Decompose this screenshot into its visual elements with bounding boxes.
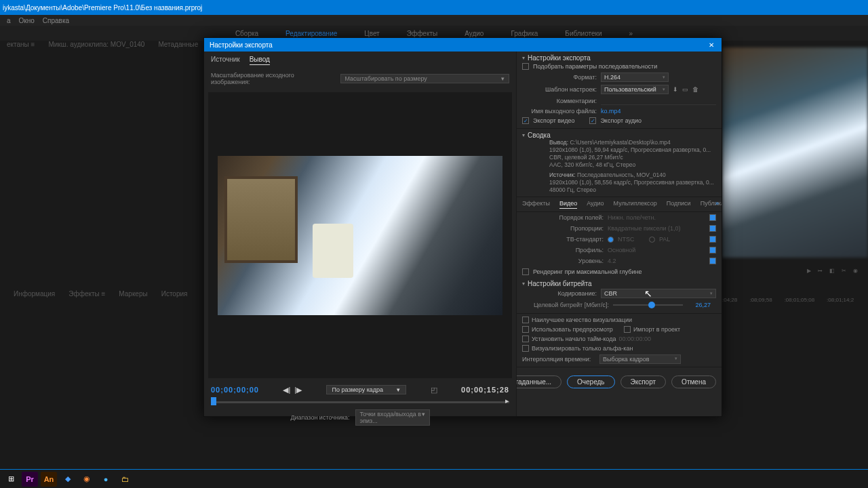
format-label: Формат: (522, 74, 597, 81)
workspace-more[interactable]: » (629, 30, 633, 37)
scale-select[interactable]: Масштабировать по размеру▾ (340, 74, 509, 83)
workspace-tab[interactable]: Сборка (235, 30, 258, 37)
dialog-titlebar[interactable]: Настройки экспорта ✕ (204, 38, 722, 52)
fit-select[interactable]: По размеру кадра▾ (326, 385, 407, 394)
interp-value: Выборка кадров (603, 356, 649, 363)
tool-icon[interactable]: ✂ (842, 268, 846, 274)
import-preset-icon[interactable]: ▭ (682, 86, 688, 93)
play-icon[interactable]: ▶ (807, 268, 811, 274)
tab-video[interactable]: Видео (559, 200, 577, 209)
import-project-checkbox[interactable] (624, 326, 631, 333)
format-select[interactable]: H.264 (601, 73, 669, 82)
timecode-end: 00;00;15;28 (461, 386, 509, 394)
bitrate-slider[interactable] (613, 304, 683, 306)
bg-tab[interactable]: Маркеры (119, 290, 147, 298)
ruler-tick: :08;09;58 (749, 297, 772, 303)
summary-output: Вывод: C:\Users\Artemiykasta\Desktop\ko.… (522, 139, 716, 169)
slider-thumb[interactable] (648, 302, 655, 308)
tv-lock[interactable] (709, 236, 716, 243)
range-select[interactable]: Точки входа/выхода в эпиз...▾ (355, 409, 430, 426)
level-label: Уровень: (522, 258, 604, 264)
set-timecode-label: Установить начало тайм-кода (532, 336, 616, 342)
comments-input[interactable] (601, 97, 716, 105)
next-frame-icon[interactable]: |▶ (294, 386, 302, 394)
tab-source[interactable]: Источник (211, 56, 240, 65)
level-lock[interactable] (709, 258, 716, 264)
animate-icon[interactable]: An (41, 472, 57, 487)
pal-radio[interactable] (649, 237, 655, 243)
range-label: Диапазон источника: (290, 414, 349, 421)
workspace-tab[interactable]: Аудио (465, 30, 484, 37)
browser-icon[interactable]: ● (98, 472, 114, 487)
windows-taskbar[interactable]: ⊞ Pr An ◆ ◉ ● 🗀 (0, 469, 868, 488)
menu-item[interactable]: а (7, 17, 11, 24)
scrub-bar[interactable]: ▸ (211, 397, 509, 407)
interp-select[interactable]: Выборка кадров▾ (599, 354, 681, 364)
bg-tab[interactable]: Микш. аудиоклипа: MOV_0140 (48, 41, 144, 48)
delete-preset-icon[interactable]: 🗑 (692, 86, 698, 93)
bg-tab[interactable]: ектаны ≡ (7, 41, 35, 48)
dialog-left-pane: Источник Вывод Масштабирование исходного… (204, 52, 516, 416)
close-icon[interactable]: ✕ (707, 40, 716, 49)
menu-item[interactable]: Окно (19, 17, 35, 24)
tab-audio[interactable]: Аудио (587, 200, 604, 209)
tabs-more-icon[interactable]: » (715, 200, 719, 207)
cancel-button[interactable]: Отмена (671, 375, 716, 388)
menu-item[interactable]: Справка (43, 17, 69, 24)
save-preset-icon[interactable]: ⬇ (673, 86, 678, 93)
timecode-start[interactable]: 00;00;00;00 (211, 386, 259, 394)
export-settings-dialog: Настройки экспорта ✕ Источник Вывод Масш… (203, 37, 722, 417)
use-preview-label: Использовать предпросмотр (532, 326, 613, 333)
prev-frame-icon[interactable]: ◀| (283, 386, 290, 394)
match-sequence-checkbox[interactable] (522, 63, 529, 70)
profile-lock[interactable] (709, 247, 716, 253)
max-depth-checkbox[interactable] (522, 268, 529, 275)
explorer-icon[interactable]: 🗀 (117, 472, 133, 487)
use-preview-checkbox[interactable] (522, 326, 529, 333)
metadata-button[interactable]: Метаданные... (516, 375, 561, 388)
tab-output[interactable]: Вывод (250, 56, 270, 65)
pal-label: PAL (659, 236, 686, 243)
app-icon[interactable]: ◆ (60, 472, 76, 487)
encoding-select[interactable]: CBR (601, 289, 716, 298)
bg-tab[interactable]: История (161, 290, 188, 298)
bg-tab[interactable]: Метаданные (158, 41, 198, 48)
field-order-lock[interactable] (709, 214, 716, 221)
background-program-monitor (722, 47, 868, 258)
export-video-checkbox[interactable] (522, 117, 529, 124)
aspect-icon[interactable]: ◰ (431, 386, 437, 394)
ntsc-radio[interactable] (608, 237, 614, 243)
playhead[interactable] (211, 397, 216, 405)
export-button[interactable]: Экспорт (620, 375, 667, 388)
camera-icon[interactable]: ◉ (853, 268, 858, 274)
export-audio-checkbox[interactable] (589, 117, 596, 124)
workspace-tab[interactable]: Графика (511, 30, 538, 37)
workspace-tab-active[interactable]: Редактирование (285, 30, 337, 37)
workspace-tab[interactable]: Библиотеки (565, 30, 601, 37)
set-timecode-checkbox[interactable] (522, 336, 529, 342)
workspace-tab[interactable]: Цвет (364, 30, 379, 37)
bg-tab[interactable]: Информация (14, 290, 55, 298)
section-summary[interactable]: Сводка (522, 131, 716, 139)
main-menubar[interactable]: а Окно Справка (0, 15, 868, 26)
aspect-label: Пропорции: (522, 225, 604, 232)
queue-button[interactable]: Очередь (567, 375, 615, 388)
output-name-link[interactable]: ko.mp4 (601, 108, 621, 115)
aspect-lock[interactable] (709, 225, 716, 232)
section-export-settings[interactable]: Настройки экспорта (522, 54, 716, 62)
step-icon[interactable]: ↦ (818, 268, 823, 274)
tab-effects[interactable]: Эффекты (522, 200, 550, 209)
best-quality-checkbox[interactable] (522, 317, 529, 323)
tab-multiplexer[interactable]: Мультиплексор (614, 200, 657, 209)
workspace-tab[interactable]: Эффекты (407, 30, 437, 37)
bg-tab[interactable]: Эффекты ≡ (68, 290, 105, 298)
marker-icon[interactable]: ◧ (829, 268, 835, 274)
tab-captions[interactable]: Подписи (667, 200, 691, 209)
target-bitrate-value[interactable]: 26,27 (687, 302, 711, 308)
premiere-icon[interactable]: Pr (22, 472, 38, 487)
preset-select[interactable]: Пользовательский (601, 85, 669, 94)
section-bitrate[interactable]: Настройки битрейта (522, 280, 716, 287)
blender-icon[interactable]: ◉ (79, 472, 95, 487)
start-icon[interactable]: ⊞ (3, 472, 19, 487)
alpha-only-checkbox[interactable] (522, 345, 529, 352)
